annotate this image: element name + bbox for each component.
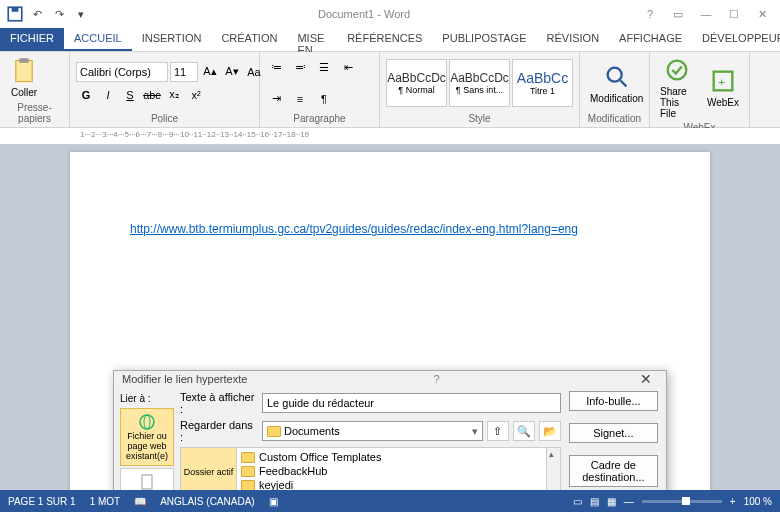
redo-icon[interactable]: ↷: [50, 5, 68, 23]
ribbon: Coller Presse-papiers A▴ A▾ Aa G I S abc: [0, 52, 780, 128]
bold-button[interactable]: G: [76, 85, 96, 105]
share-file-button[interactable]: Share This File: [656, 54, 699, 121]
folder-icon: [241, 466, 255, 477]
linkto-place[interactable]: Emplacement dans ce document: [120, 468, 174, 490]
zoom-in-icon[interactable]: +: [730, 496, 736, 507]
zoom-out-icon[interactable]: —: [624, 496, 634, 507]
tab-developer[interactable]: DÉVELOPPEUR: [692, 28, 780, 51]
style-nospacing[interactable]: AaBbCcDc¶ Sans int...: [449, 59, 510, 107]
screentip-button[interactable]: Info-bulle...: [569, 391, 658, 411]
word-count[interactable]: 1 MOT: [90, 496, 121, 507]
indent-right-icon[interactable]: ⇥: [266, 89, 286, 109]
zoom-slider[interactable]: [642, 500, 722, 503]
grow-font-icon[interactable]: A▴: [200, 62, 220, 82]
tab-mailings[interactable]: PUBLIPOSTAGE: [432, 28, 536, 51]
list-item[interactable]: Custom Office Templates: [239, 450, 544, 464]
svg-point-4: [607, 67, 621, 81]
style-normal[interactable]: AaBbCcDc¶ Normal: [386, 59, 447, 107]
webex-button[interactable]: + WebEx: [703, 65, 743, 110]
folder-icon: [241, 452, 255, 463]
lookin-combo[interactable]: Documents: [262, 421, 483, 441]
ribbon-tabs: FICHIER ACCUEIL INSERTION CRÉATION MISE …: [0, 28, 780, 52]
underline-button[interactable]: S: [120, 85, 140, 105]
close-icon[interactable]: ✕: [750, 4, 774, 24]
svg-rect-2: [16, 61, 32, 82]
italic-button[interactable]: I: [98, 85, 118, 105]
editing-button[interactable]: Modification: [586, 61, 647, 106]
bookmark-doc-icon: [137, 473, 157, 490]
qat-more-icon[interactable]: ▾: [72, 5, 90, 23]
linkto-label: Lier à :: [120, 391, 174, 406]
view-read-icon[interactable]: ▭: [573, 496, 582, 507]
window-title: Document1 - Word: [90, 8, 638, 20]
page-indicator[interactable]: PAGE 1 SUR 1: [8, 496, 76, 507]
dialog-close-icon[interactable]: ✕: [634, 371, 658, 387]
list-item[interactable]: FeedbackHub: [239, 464, 544, 478]
tab-file[interactable]: FICHIER: [0, 28, 64, 51]
scrollbar[interactable]: [546, 448, 560, 490]
subscript-button[interactable]: x₂: [164, 85, 184, 105]
share-icon: [663, 56, 691, 84]
align-left-icon[interactable]: ≡: [290, 89, 310, 109]
ribbon-options-icon[interactable]: ▭: [666, 4, 690, 24]
multilevel-icon[interactable]: ☰: [314, 58, 334, 78]
tab-review[interactable]: RÉVISION: [537, 28, 610, 51]
browse-file-icon[interactable]: 📂: [539, 421, 561, 441]
help-icon[interactable]: ?: [638, 4, 662, 24]
find-icon: [603, 63, 631, 91]
linkto-web[interactable]: Fichier ou page web existant(e): [120, 408, 174, 466]
tab-layout[interactable]: MISE EN PAGE: [287, 28, 337, 51]
shrink-font-icon[interactable]: A▾: [222, 62, 242, 82]
view-web-icon[interactable]: ▦: [607, 496, 616, 507]
tab-insert[interactable]: INSERTION: [132, 28, 212, 51]
paste-button[interactable]: Coller: [6, 55, 42, 100]
superscript-button[interactable]: x²: [186, 85, 206, 105]
svg-rect-11: [142, 475, 152, 489]
file-list[interactable]: Custom Office Templates FeedbackHub keyj…: [237, 448, 546, 490]
maximize-icon[interactable]: ☐: [722, 4, 746, 24]
style-heading1[interactable]: AaBbCcTitre 1: [512, 59, 573, 107]
strike-button[interactable]: abc: [142, 85, 162, 105]
svg-point-6: [668, 61, 687, 80]
font-size-select[interactable]: [170, 62, 198, 82]
save-icon[interactable]: [6, 5, 24, 23]
edit-hyperlink-dialog: Modifier le lien hypertexte ? ✕ Lier à :…: [113, 370, 667, 490]
bookmark-button[interactable]: Signet...: [569, 423, 658, 443]
font-name-select[interactable]: [76, 62, 168, 82]
clipboard-icon: [10, 57, 38, 85]
numbering-icon[interactable]: ≕: [290, 58, 310, 78]
dialog-help-icon[interactable]: ?: [434, 373, 440, 385]
group-paragraph: Paragraphe: [266, 112, 373, 125]
tab-create[interactable]: CRÉATION: [211, 28, 287, 51]
group-styles: Style: [386, 112, 573, 125]
tab-home[interactable]: ACCUEIL: [64, 28, 132, 51]
group-clipboard: Presse-papiers: [6, 101, 63, 125]
spellcheck-icon[interactable]: 📖: [134, 496, 146, 507]
status-bar: PAGE 1 SUR 1 1 MOT 📖 ANGLAIS (CANADA) ▣ …: [0, 490, 780, 512]
document-area: http://www.btb.termiumplus.gc.ca/tpv2gui…: [0, 144, 780, 490]
text-display-input[interactable]: [262, 393, 561, 413]
folder-icon: [267, 426, 281, 437]
view-print-icon[interactable]: ▤: [590, 496, 599, 507]
tab-view[interactable]: AFFICHAGE: [609, 28, 692, 51]
undo-icon[interactable]: ↶: [28, 5, 46, 23]
target-frame-button[interactable]: Cadre de destination...: [569, 455, 658, 487]
minimize-icon[interactable]: —: [694, 4, 718, 24]
up-folder-icon[interactable]: ⇧: [487, 421, 509, 441]
browse-current-folder[interactable]: Dossier actif: [181, 448, 236, 490]
indent-left-icon[interactable]: ⇤: [338, 58, 358, 78]
quick-access-toolbar: ↶ ↷ ▾: [6, 5, 90, 23]
browse-web-icon[interactable]: 🔍: [513, 421, 535, 441]
webex-icon: +: [709, 67, 737, 95]
pilcrow-icon[interactable]: ¶: [314, 89, 334, 109]
bullets-icon[interactable]: ≔: [266, 58, 286, 78]
language-indicator[interactable]: ANGLAIS (CANADA): [160, 496, 254, 507]
document-hyperlink[interactable]: http://www.btb.termiumplus.gc.ca/tpv2gui…: [130, 222, 578, 236]
list-item[interactable]: keyjedi: [239, 478, 544, 490]
group-font: Police: [76, 112, 253, 125]
zoom-level[interactable]: 100 %: [744, 496, 772, 507]
macro-icon[interactable]: ▣: [269, 496, 278, 507]
text-display-label: Texte à afficher :: [180, 391, 258, 415]
tab-references[interactable]: RÉFÉRENCES: [337, 28, 432, 51]
lookin-label: Regarder dans :: [180, 419, 258, 443]
